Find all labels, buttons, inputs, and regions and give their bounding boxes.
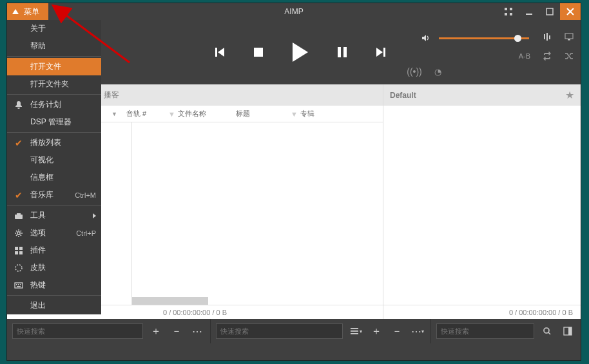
col-filename[interactable]: 文件名称	[178, 109, 236, 119]
svg-rect-20	[546, 33, 548, 41]
menu-visualization[interactable]: 可视化	[7, 151, 101, 169]
toolbar-right	[431, 319, 581, 343]
shortcut-text: Ctrl+P	[76, 229, 96, 237]
col-track[interactable]: 音轨 #▼	[126, 109, 178, 119]
svg-point-13	[15, 265, 22, 271]
more-button-2[interactable]: ⋯▾	[410, 323, 425, 339]
library-pane: Default ★ 0 / 00:00:00:00 / 0 B	[383, 84, 581, 319]
play-icon	[293, 43, 308, 62]
filter-icon[interactable]: ▼	[168, 110, 175, 118]
titlebar: 菜单 AIMP	[7, 3, 581, 20]
svg-rect-24	[351, 328, 358, 329]
minimize-icon	[525, 7, 534, 16]
playlist-empty-area	[131, 122, 383, 305]
main-menu-dropdown: 关于 帮助 打开文件 打开文件夹 任务计划 DSP 管理器 ✔ 播放列表 可视化…	[7, 20, 101, 314]
star-icon[interactable]: ★	[565, 89, 574, 101]
skip-next-icon	[376, 48, 385, 57]
add-button-2[interactable]: ＋	[369, 323, 384, 339]
window-title: AIMP	[284, 7, 303, 16]
svg-rect-10	[19, 247, 23, 250]
add-button[interactable]: ＋	[148, 323, 164, 339]
toolbar-left: ＋ － ⋯	[7, 319, 211, 343]
equalizer-icon[interactable]	[542, 32, 552, 42]
ab-repeat-label[interactable]: A-B	[519, 52, 530, 60]
svg-rect-18	[17, 286, 21, 287]
menu-exit[interactable]: 退出	[7, 297, 101, 314]
remove-button[interactable]: －	[169, 323, 184, 339]
plugins-icon	[14, 245, 24, 256]
menu-playlist[interactable]: ✔ 播放列表	[7, 134, 101, 151]
svg-rect-4	[526, 14, 532, 15]
library-tab-label: Default	[390, 91, 416, 100]
repeat-icon[interactable]	[542, 51, 552, 61]
menu-options[interactable]: 选项 Ctrl+P	[7, 224, 101, 242]
svg-rect-16	[18, 284, 19, 285]
svg-rect-15	[16, 284, 17, 285]
svg-rect-25	[351, 330, 358, 332]
volume-icon[interactable]	[421, 33, 431, 43]
svg-point-27	[544, 328, 549, 333]
list-button[interactable]: ▾	[348, 323, 363, 339]
search-input-left[interactable]	[12, 323, 143, 339]
svg-rect-6	[15, 215, 23, 219]
dock-button[interactable]	[560, 323, 575, 339]
search-input-middle[interactable]	[216, 323, 343, 339]
menu-plugins[interactable]: 插件	[7, 242, 101, 259]
compact-mode-button[interactable]	[498, 3, 519, 20]
chevron-down-icon[interactable]: ▼	[111, 111, 117, 117]
remove-button-2[interactable]: －	[389, 323, 405, 339]
menu-help[interactable]: 帮助	[7, 37, 101, 55]
menu-open-file[interactable]: 打开文件	[7, 58, 101, 75]
menu-music-library[interactable]: ✔ 音乐库 Ctrl+M	[7, 186, 101, 204]
monitor-icon[interactable]	[564, 32, 574, 42]
minimize-button[interactable]	[519, 3, 539, 20]
horizontal-scrollbar[interactable]	[132, 297, 208, 305]
search-icon	[543, 327, 552, 336]
menu-hotkeys[interactable]: 热键	[7, 276, 101, 294]
library-empty-area	[383, 106, 581, 305]
next-button[interactable]	[362, 39, 400, 65]
stop-button[interactable]	[239, 39, 278, 65]
svg-rect-0	[505, 8, 507, 10]
menu-scheduler[interactable]: 任务计划	[7, 96, 101, 113]
menu-tools[interactable]: 工具	[7, 207, 101, 224]
bell-icon	[14, 100, 24, 110]
previous-button[interactable]	[200, 39, 239, 65]
svg-rect-3	[510, 13, 512, 15]
menu-button[interactable]: 菜单	[7, 3, 48, 20]
volume-slider[interactable]	[439, 37, 529, 39]
keyboard-icon	[14, 280, 24, 291]
close-button[interactable]	[560, 3, 581, 20]
check-icon: ✔	[14, 138, 24, 148]
submenu-arrow-icon	[93, 213, 96, 218]
svg-rect-19	[544, 34, 545, 39]
col-album[interactable]: 专辑	[300, 109, 339, 119]
play-button[interactable]	[278, 39, 323, 65]
more-button[interactable]: ⋯	[189, 323, 205, 339]
svg-rect-23	[568, 39, 570, 41]
playlist-tab-label: 播客	[104, 90, 119, 101]
col-title[interactable]: 标题▼	[236, 109, 300, 119]
filter-icon[interactable]: ▼	[291, 110, 298, 118]
logo-icon	[12, 7, 19, 16]
maximize-button[interactable]	[539, 3, 560, 20]
shuffle-icon[interactable]	[564, 51, 574, 61]
library-tab-header[interactable]: Default ★	[383, 84, 581, 106]
menu-about[interactable]: 关于	[7, 20, 101, 37]
shortcut-text: Ctrl+M	[75, 191, 96, 199]
skip-prev-icon	[215, 48, 224, 57]
pause-button[interactable]	[323, 39, 362, 65]
maximize-icon	[545, 7, 554, 16]
search-input-right[interactable]	[436, 323, 534, 339]
radio-icon[interactable]: ((•))	[409, 66, 420, 77]
svg-rect-22	[565, 34, 573, 39]
search-button[interactable]	[539, 323, 555, 339]
bottom-toolbars: ＋ － ⋯ ▾ ＋ － ⋯▾	[7, 319, 581, 343]
svg-point-8	[17, 231, 20, 234]
toolbox-icon	[14, 211, 24, 221]
menu-skins[interactable]: 皮肤	[7, 259, 101, 276]
clock-icon[interactable]: ◔	[432, 66, 443, 77]
menu-dsp[interactable]: DSP 管理器	[7, 113, 101, 131]
menu-infobox[interactable]: 信息框	[7, 169, 101, 186]
menu-open-folder[interactable]: 打开文件夹	[7, 75, 101, 93]
